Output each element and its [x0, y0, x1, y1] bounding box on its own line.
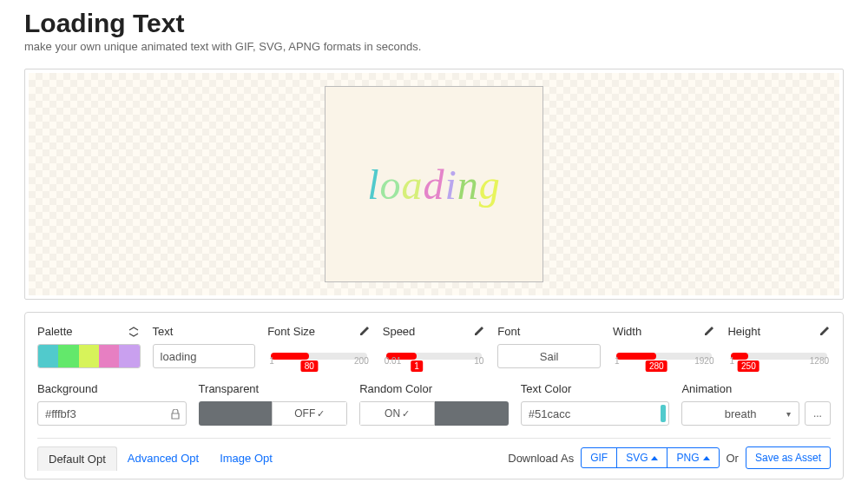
palette-expand-icon[interactable]	[128, 325, 141, 337]
page-title: Loading Text	[24, 9, 844, 38]
tab-image-opt[interactable]: Image Opt	[209, 446, 283, 470]
random-color-label: Random Color	[359, 382, 432, 395]
animation-label: Animation	[681, 382, 732, 395]
palette-swatches[interactable]	[37, 344, 141, 368]
text-color-swatch	[661, 405, 666, 422]
format-png-button[interactable]: PNG	[667, 448, 718, 467]
text-color-label: Text Color	[521, 382, 572, 395]
preview-inner: loading	[325, 86, 543, 282]
text-input[interactable]	[153, 344, 256, 368]
text-label: Text	[153, 325, 174, 338]
height-edit-icon[interactable]	[819, 325, 831, 337]
speed-edit-icon[interactable]	[473, 325, 485, 337]
transparent-toggle[interactable]: OFF✓	[199, 401, 348, 426]
height-slider[interactable]: 250 1 1280	[727, 344, 831, 368]
font-size-slider[interactable]: 80 1 200	[267, 344, 371, 368]
font-label: Font	[497, 325, 520, 338]
width-edit-icon[interactable]	[703, 325, 715, 337]
font-size-label: Font Size	[267, 325, 315, 338]
download-as-label: Download As	[508, 452, 574, 465]
tab-advanced-opt[interactable]: Advanced Opt	[117, 446, 209, 470]
bottom-bar: Default Opt Advanced Opt Image Opt Downl…	[37, 438, 831, 479]
preview-text: loading	[367, 161, 501, 208]
page-subtitle: make your own unique animated text with …	[24, 40, 844, 53]
palette-label: Palette	[37, 325, 72, 338]
check-icon: ✓	[402, 408, 410, 420]
speed-slider[interactable]: 1 0.01 10	[383, 344, 486, 368]
background-label: Background	[37, 382, 97, 395]
save-as-asset-button[interactable]: Save as Asset	[746, 446, 831, 469]
background-input[interactable]	[37, 401, 187, 426]
caret-up-icon	[703, 456, 710, 460]
or-text: Or	[727, 452, 739, 465]
format-button-group: GIFSVG PNG	[581, 447, 719, 468]
caret-down-icon: ▾	[786, 409, 791, 419]
tab-default-opt[interactable]: Default Opt	[37, 446, 117, 471]
speed-label: Speed	[383, 325, 416, 338]
font-select[interactable]	[497, 344, 601, 368]
animation-more-button[interactable]: ...	[805, 401, 831, 426]
format-svg-button[interactable]: SVG	[616, 448, 667, 467]
animation-select[interactable]	[681, 401, 799, 426]
width-label: Width	[613, 325, 641, 338]
font-size-edit-icon[interactable]	[358, 325, 371, 337]
random-color-toggle[interactable]: ON✓	[359, 401, 509, 426]
check-icon: ✓	[317, 408, 325, 420]
preview-card: loading	[24, 69, 844, 300]
caret-up-icon	[651, 456, 658, 460]
lock-icon	[171, 407, 180, 423]
width-slider[interactable]: 280 1 1920	[613, 344, 716, 368]
preview-canvas: loading	[29, 73, 839, 295]
text-color-input[interactable]	[521, 401, 670, 426]
controls-panel: Palette Text Font Size 80 1 200	[24, 312, 844, 479]
transparent-label: Transparent	[199, 382, 260, 395]
format-gif-button[interactable]: GIF	[582, 448, 616, 467]
height-label: Height	[727, 325, 760, 338]
